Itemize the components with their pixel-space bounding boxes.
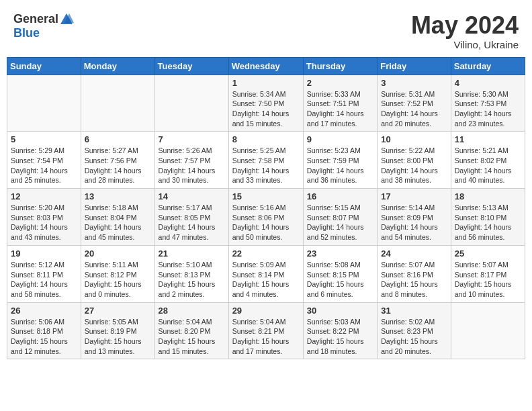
day-info: Sunrise: 5:10 AM Sunset: 8:13 PM Dayligh… xyxy=(159,260,225,300)
day-number: 27 xyxy=(85,306,151,316)
day-info: Sunrise: 5:03 AM Sunset: 8:22 PM Dayligh… xyxy=(307,317,373,357)
day-number: 2 xyxy=(307,78,373,88)
calendar-day-cell: 25Sunrise: 5:07 AM Sunset: 8:17 PM Dayli… xyxy=(451,245,525,302)
day-info: Sunrise: 5:07 AM Sunset: 8:17 PM Dayligh… xyxy=(455,260,521,300)
day-info: Sunrise: 5:13 AM Sunset: 8:10 PM Dayligh… xyxy=(455,203,521,242)
calendar-week-row: 12Sunrise: 5:20 AM Sunset: 8:03 PM Dayli… xyxy=(7,189,525,246)
logo-blue: Blue xyxy=(13,27,40,40)
day-number: 29 xyxy=(232,306,300,316)
day-number: 15 xyxy=(232,191,300,201)
day-info: Sunrise: 5:08 AM Sunset: 8:15 PM Dayligh… xyxy=(307,260,373,300)
calendar-week-row: 1Sunrise: 5:34 AM Sunset: 7:50 PM Daylig… xyxy=(7,75,525,132)
calendar-day-cell: 12Sunrise: 5:20 AM Sunset: 8:03 PM Dayli… xyxy=(7,189,81,246)
calendar-week-row: 26Sunrise: 5:06 AM Sunset: 8:18 PM Dayli… xyxy=(7,302,525,359)
calendar-day-cell: 4Sunrise: 5:30 AM Sunset: 7:53 PM Daylig… xyxy=(451,75,525,132)
day-number: 25 xyxy=(455,248,521,259)
logo-icon xyxy=(59,12,74,27)
weekday-header: Tuesday xyxy=(154,57,228,75)
weekday-header: Monday xyxy=(81,57,154,75)
day-info: Sunrise: 5:30 AM Sunset: 7:53 PM Dayligh… xyxy=(455,89,521,129)
weekday-header: Saturday xyxy=(451,57,525,75)
day-number: 24 xyxy=(381,248,447,259)
calendar-day-cell: 9Sunrise: 5:23 AM Sunset: 7:59 PM Daylig… xyxy=(303,132,377,189)
calendar-day-cell: 8Sunrise: 5:25 AM Sunset: 7:58 PM Daylig… xyxy=(228,132,303,189)
day-number: 19 xyxy=(11,248,77,259)
calendar-day-cell: 10Sunrise: 5:22 AM Sunset: 8:00 PM Dayli… xyxy=(378,132,451,189)
day-number: 16 xyxy=(307,191,373,201)
day-number: 22 xyxy=(232,248,300,259)
day-info: Sunrise: 5:17 AM Sunset: 8:05 PM Dayligh… xyxy=(159,203,225,242)
calendar-day-cell: 14Sunrise: 5:17 AM Sunset: 8:05 PM Dayli… xyxy=(154,189,228,246)
day-info: Sunrise: 5:07 AM Sunset: 8:16 PM Dayligh… xyxy=(381,260,447,300)
calendar-day-cell: 29Sunrise: 5:04 AM Sunset: 8:21 PM Dayli… xyxy=(228,302,303,359)
calendar-day-cell xyxy=(81,75,154,132)
day-info: Sunrise: 5:14 AM Sunset: 8:09 PM Dayligh… xyxy=(381,203,447,242)
day-number: 6 xyxy=(85,134,151,144)
day-number: 30 xyxy=(307,306,373,316)
day-info: Sunrise: 5:27 AM Sunset: 7:56 PM Dayligh… xyxy=(85,146,151,185)
calendar-day-cell: 7Sunrise: 5:26 AM Sunset: 7:57 PM Daylig… xyxy=(154,132,228,189)
calendar-day-cell: 31Sunrise: 5:02 AM Sunset: 8:23 PM Dayli… xyxy=(378,302,451,359)
logo-general: General xyxy=(13,13,58,26)
weekday-header: Sunday xyxy=(7,57,81,75)
day-info: Sunrise: 5:21 AM Sunset: 8:02 PM Dayligh… xyxy=(455,146,521,185)
calendar-day-cell: 5Sunrise: 5:29 AM Sunset: 7:54 PM Daylig… xyxy=(7,132,81,189)
day-info: Sunrise: 5:29 AM Sunset: 7:54 PM Dayligh… xyxy=(11,146,77,185)
day-number: 28 xyxy=(159,306,225,316)
calendar-day-cell: 24Sunrise: 5:07 AM Sunset: 8:16 PM Dayli… xyxy=(378,245,451,302)
day-info: Sunrise: 5:04 AM Sunset: 8:20 PM Dayligh… xyxy=(159,317,225,357)
calendar-day-cell: 19Sunrise: 5:12 AM Sunset: 8:11 PM Dayli… xyxy=(7,245,81,302)
day-number: 12 xyxy=(11,191,77,201)
calendar-day-cell: 16Sunrise: 5:15 AM Sunset: 8:07 PM Dayli… xyxy=(303,189,377,246)
day-info: Sunrise: 5:04 AM Sunset: 8:21 PM Dayligh… xyxy=(232,317,300,357)
weekday-header: Wednesday xyxy=(228,57,303,75)
month-title: May 2024 xyxy=(411,12,519,39)
day-info: Sunrise: 5:22 AM Sunset: 8:00 PM Dayligh… xyxy=(381,146,447,185)
day-info: Sunrise: 5:05 AM Sunset: 8:19 PM Dayligh… xyxy=(85,317,151,357)
day-number: 21 xyxy=(159,248,225,259)
day-number: 5 xyxy=(11,134,77,144)
day-info: Sunrise: 5:25 AM Sunset: 7:58 PM Dayligh… xyxy=(232,146,300,185)
day-info: Sunrise: 5:23 AM Sunset: 7:59 PM Dayligh… xyxy=(307,146,373,185)
day-info: Sunrise: 5:16 AM Sunset: 8:06 PM Dayligh… xyxy=(232,203,300,242)
day-number: 10 xyxy=(381,134,447,144)
calendar-day-cell: 15Sunrise: 5:16 AM Sunset: 8:06 PM Dayli… xyxy=(228,189,303,246)
calendar-week-row: 5Sunrise: 5:29 AM Sunset: 7:54 PM Daylig… xyxy=(7,132,525,189)
calendar-day-cell: 22Sunrise: 5:09 AM Sunset: 8:14 PM Dayli… xyxy=(228,245,303,302)
calendar-table: SundayMondayTuesdayWednesdayThursdayFrid… xyxy=(7,57,525,360)
day-number: 9 xyxy=(307,134,373,144)
calendar-day-cell: 21Sunrise: 5:10 AM Sunset: 8:13 PM Dayli… xyxy=(154,245,228,302)
calendar-day-cell: 20Sunrise: 5:11 AM Sunset: 8:12 PM Dayli… xyxy=(81,245,154,302)
calendar-day-cell xyxy=(7,75,81,132)
calendar-day-cell: 17Sunrise: 5:14 AM Sunset: 8:09 PM Dayli… xyxy=(378,189,451,246)
calendar-day-cell xyxy=(451,302,525,359)
title-block: May 2024 Vilino, Ukraine xyxy=(411,12,519,50)
location-subtitle: Vilino, Ukraine xyxy=(411,39,519,50)
day-info: Sunrise: 5:26 AM Sunset: 7:57 PM Dayligh… xyxy=(159,146,225,185)
day-number: 1 xyxy=(232,78,300,88)
day-number: 7 xyxy=(159,134,225,144)
day-number: 26 xyxy=(11,306,77,316)
calendar-day-cell: 1Sunrise: 5:34 AM Sunset: 7:50 PM Daylig… xyxy=(228,75,303,132)
calendar-day-cell: 13Sunrise: 5:18 AM Sunset: 8:04 PM Dayli… xyxy=(81,189,154,246)
day-number: 20 xyxy=(85,248,151,259)
calendar-day-cell: 23Sunrise: 5:08 AM Sunset: 8:15 PM Dayli… xyxy=(303,245,377,302)
day-number: 11 xyxy=(455,134,521,144)
calendar-day-cell: 2Sunrise: 5:33 AM Sunset: 7:51 PM Daylig… xyxy=(303,75,377,132)
calendar-day-cell: 11Sunrise: 5:21 AM Sunset: 8:02 PM Dayli… xyxy=(451,132,525,189)
calendar-week-row: 19Sunrise: 5:12 AM Sunset: 8:11 PM Dayli… xyxy=(7,245,525,302)
day-number: 23 xyxy=(307,248,373,259)
day-info: Sunrise: 5:18 AM Sunset: 8:04 PM Dayligh… xyxy=(85,203,151,242)
calendar-header-row: SundayMondayTuesdayWednesdayThursdayFrid… xyxy=(7,57,525,75)
day-info: Sunrise: 5:09 AM Sunset: 8:14 PM Dayligh… xyxy=(232,260,300,300)
day-number: 8 xyxy=(232,134,300,144)
day-info: Sunrise: 5:31 AM Sunset: 7:52 PM Dayligh… xyxy=(381,89,447,129)
calendar-day-cell xyxy=(154,75,228,132)
day-number: 17 xyxy=(381,191,447,201)
logo: General Blue xyxy=(13,12,74,40)
calendar-day-cell: 6Sunrise: 5:27 AM Sunset: 7:56 PM Daylig… xyxy=(81,132,154,189)
day-number: 18 xyxy=(455,191,521,201)
day-info: Sunrise: 5:06 AM Sunset: 8:18 PM Dayligh… xyxy=(11,317,77,357)
calendar-day-cell: 27Sunrise: 5:05 AM Sunset: 8:19 PM Dayli… xyxy=(81,302,154,359)
page-header: General Blue May 2024 Vilino, Ukraine xyxy=(7,7,525,53)
